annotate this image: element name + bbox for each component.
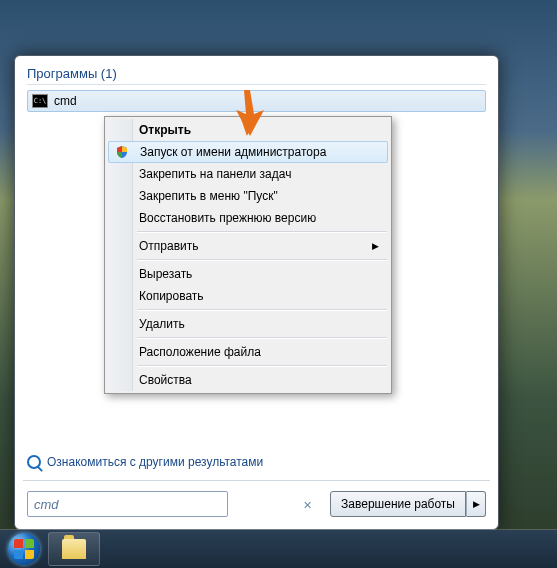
menu-separator	[137, 337, 387, 339]
shutdown-label: Завершение работы	[341, 497, 455, 511]
folder-icon	[62, 539, 86, 559]
shutdown-button[interactable]: Завершение работы	[330, 491, 466, 517]
start-button[interactable]	[2, 532, 46, 566]
menu-separator	[137, 365, 387, 367]
menu-item-delete[interactable]: Удалить	[107, 313, 389, 335]
menu-item-file-location[interactable]: Расположение файла	[107, 341, 389, 363]
windows-logo-icon	[8, 533, 40, 565]
menu-separator	[137, 259, 387, 261]
menu-item-properties[interactable]: Свойства	[107, 369, 389, 391]
start-menu-bottom-row: ✕ Завершение работы ▶	[27, 491, 486, 519]
menu-item-restore[interactable]: Восстановить прежнюю версию	[107, 207, 389, 229]
shutdown-menu-arrow[interactable]: ▶	[466, 491, 486, 517]
more-results-label: Ознакомиться с другими результатами	[47, 455, 263, 469]
menu-item-send-to[interactable]: Отправить ▶	[107, 235, 389, 257]
annotation-arrow-icon	[230, 88, 270, 138]
submenu-arrow-icon: ▶	[372, 241, 379, 251]
programs-section-header: Программы (1)	[27, 66, 486, 85]
search-result-label: cmd	[54, 94, 77, 108]
uac-shield-icon	[115, 145, 129, 159]
search-input[interactable]	[27, 491, 228, 517]
menu-item-pin-start[interactable]: Закрепить в меню "Пуск"	[107, 185, 389, 207]
menu-item-pin-taskbar[interactable]: Закрепить на панели задач	[107, 163, 389, 185]
menu-separator	[137, 231, 387, 233]
menu-item-cut[interactable]: Вырезать	[107, 263, 389, 285]
shutdown-split-button: Завершение работы ▶	[330, 491, 486, 517]
cmd-icon: C:\	[32, 94, 48, 108]
clear-search-icon[interactable]: ✕	[303, 499, 312, 512]
context-menu: Открыть Запуск от имени администратора З…	[104, 116, 392, 394]
menu-separator	[137, 309, 387, 311]
more-results-link[interactable]: Ознакомиться с другими результатами	[27, 455, 263, 469]
search-icon	[27, 455, 41, 469]
divider	[23, 480, 490, 481]
menu-item-copy[interactable]: Копировать	[107, 285, 389, 307]
menu-item-run-as-admin[interactable]: Запуск от имени администратора	[108, 141, 388, 163]
taskbar	[0, 530, 557, 568]
taskbar-item-explorer[interactable]	[48, 532, 100, 566]
